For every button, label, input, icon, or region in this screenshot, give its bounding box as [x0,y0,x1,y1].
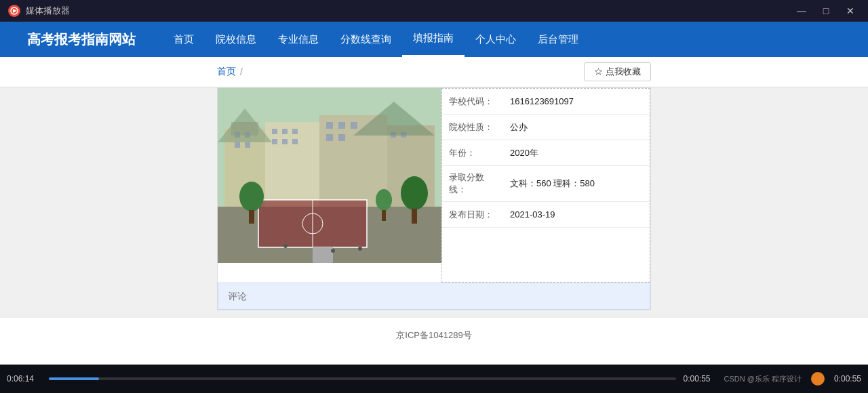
value-score: 文科：560 理科：580 [503,172,650,195]
breadcrumb-home[interactable]: 首页 [217,66,236,78]
info-row-score: 录取分数线： 文科：560 理科：580 [442,166,650,202]
svg-rect-13 [282,129,288,134]
navbar: 高考报考指南网站 首页 院校信息 专业信息 分数线查询 填报指南 个人中心 后台… [0,22,868,57]
svg-rect-17 [292,139,298,144]
svg-rect-18 [326,122,333,129]
taskbar: 0:06:14 0:00:55 CSDN @乐乐 程序设计 0:00:55 [0,365,868,393]
close-button[interactable]: ✕ [841,4,860,18]
svg-rect-11 [245,142,250,148]
svg-rect-36 [313,247,333,263]
svg-rect-5 [265,122,319,210]
breadcrumb: 首页 / [217,66,243,78]
label-year: 年份： [442,142,503,165]
label-score: 录取分数线： [442,166,503,201]
svg-rect-10 [235,142,240,148]
svg-point-38 [331,249,335,253]
school-card: 学校代码： 1616123691097 院校性质： 公办 年份： 2020年 [217,87,651,310]
window-controls: — □ ✕ [792,4,860,18]
bookmark-button[interactable]: ☆ 点我收藏 [584,62,651,81]
label-code: 学校代码： [442,90,503,113]
progress-bar[interactable] [49,377,676,380]
progress-fill [49,377,99,380]
info-row-date: 发布日期： 2021-03-19 [442,202,650,228]
svg-point-34 [376,189,392,211]
playback-time-start: 0:06:14 [7,374,34,384]
info-row-type: 院校性质： 公办 [442,115,650,140]
info-empty-area [442,228,650,282]
info-row-year: 年份： 2020年 [442,140,650,166]
svg-point-39 [358,247,362,251]
minimize-button[interactable]: — [792,4,811,18]
nav-item-schools[interactable]: 院校信息 [205,22,267,57]
svg-rect-22 [338,134,345,141]
value-type: 公办 [503,116,650,139]
svg-point-30 [239,182,264,211]
maximize-button[interactable]: □ [816,4,835,18]
card-body: 学校代码： 1616123691097 院校性质： 公办 年份： 2020年 [218,88,650,283]
main-content: 首页 / ☆ 点我收藏 [0,57,868,317]
nav-item-home[interactable]: 首页 [163,22,205,57]
value-year: 2020年 [503,142,650,165]
nav-item-profile[interactable]: 个人中心 [465,22,527,57]
watermark-text: CSDN @乐乐 程序设计 [724,374,802,384]
school-image [218,88,441,263]
system-clock: 0:00:55 [834,374,861,384]
footer: 京ICP备1041289号 [0,317,868,352]
comment-input[interactable] [228,291,640,302]
nav-menu: 首页 院校信息 专业信息 分数线查询 填报指南 个人中心 后台管理 [163,22,589,57]
svg-rect-19 [338,122,345,129]
playback-time-end: 0:00:55 [683,374,710,384]
nav-item-scores[interactable]: 分数线查询 [330,22,402,57]
comment-section [218,283,650,310]
icp-text: 京ICP备1041289号 [396,329,471,342]
svg-rect-35 [382,210,386,221]
nav-item-guide[interactable]: 填报指南 [402,22,465,57]
svg-rect-15 [272,139,277,144]
info-row-code: 学校代码： 1616123691097 [442,89,650,115]
svg-rect-16 [282,139,288,144]
svg-rect-20 [351,122,357,129]
svg-rect-33 [412,209,417,224]
window-title: 媒体播放器 [26,5,792,17]
breadcrumb-separator: / [240,66,243,77]
svg-rect-21 [326,134,333,141]
value-code: 1616123691097 [503,91,650,112]
nav-item-majors[interactable]: 专业信息 [267,22,330,57]
taskbar-right: CSDN @乐乐 程序设计 0:00:55 [724,372,862,386]
nav-item-admin[interactable]: 后台管理 [527,22,589,57]
info-table: 学校代码： 1616123691097 院校性质： 公办 年份： 2020年 [441,88,650,283]
svg-point-32 [401,176,428,210]
svg-marker-1 [13,9,17,13]
taskbar-circle-icon [811,372,825,386]
svg-point-37 [283,244,288,248]
svg-rect-31 [249,210,254,224]
label-type: 院校性质： [442,116,503,139]
svg-rect-12 [272,129,277,134]
value-date: 2021-03-19 [503,204,650,225]
svg-rect-14 [292,129,298,134]
titlebar: 媒体播放器 — □ ✕ [0,0,868,22]
site-brand: 高考报考指南网站 [27,30,136,49]
app-icon [8,5,20,17]
label-date: 发布日期： [442,203,503,226]
